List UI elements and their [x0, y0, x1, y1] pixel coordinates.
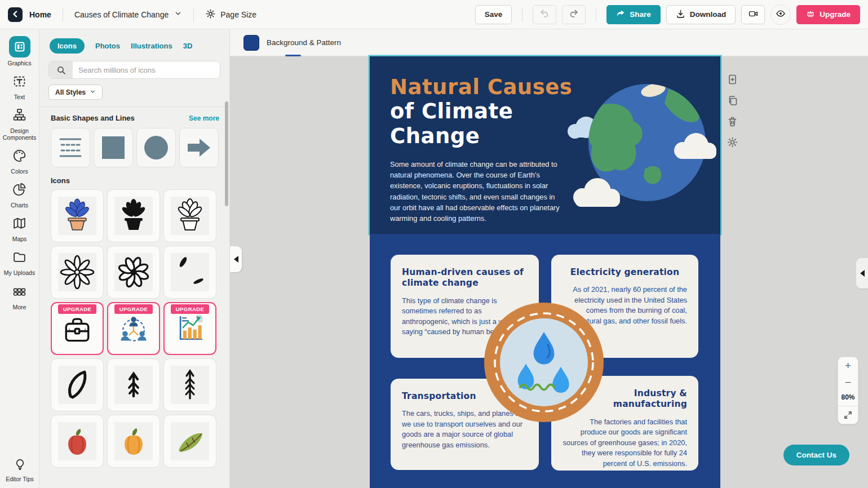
- infographic-body-section[interactable]: Human-driven causes of climate change Th…: [370, 234, 720, 488]
- preview-button[interactable]: [770, 5, 791, 25]
- document-title-dropdown[interactable]: Causes of Climate Change: [74, 10, 182, 19]
- page-size-label: Page Size: [220, 10, 256, 19]
- undo-icon: [539, 8, 550, 20]
- zoom-in-button[interactable]: +: [838, 357, 858, 374]
- tab-photos[interactable]: Photos: [95, 42, 120, 50]
- earth-illustration[interactable]: [561, 73, 720, 221]
- infographic-page[interactable]: Natural Causes of Climate Change Some am…: [370, 56, 720, 488]
- editor-tips-button[interactable]: Editor Tips: [0, 458, 39, 482]
- icon-search: [48, 61, 220, 79]
- selection-tab-indicator: [285, 55, 301, 56]
- share-label: Share: [630, 10, 651, 19]
- lines-shape-tile[interactable]: [51, 128, 90, 167]
- chevron-down-icon: [174, 10, 182, 19]
- home-link[interactable]: Home: [29, 10, 51, 19]
- share-button[interactable]: Share: [606, 5, 661, 24]
- sidebar-item-more[interactable]: More: [1, 284, 39, 310]
- divider: [596, 7, 596, 22]
- infographic-intro[interactable]: Some amount of climate change can be att…: [390, 159, 566, 224]
- collapse-panel-handle[interactable]: [230, 246, 242, 272]
- icon-tile-red-pumpkin[interactable]: [51, 415, 104, 468]
- rail-label: Text: [14, 94, 25, 100]
- zoom-out-button[interactable]: −: [838, 374, 858, 391]
- back-icon: [12, 10, 19, 20]
- undo-button[interactable]: [533, 5, 556, 24]
- style-filter-dropdown[interactable]: All Styles: [48, 85, 103, 100]
- water-drops-medallion[interactable]: [483, 301, 605, 423]
- icon-tile-daisy-flower[interactable]: [51, 246, 104, 299]
- icon-tile-potted-plant-outline[interactable]: [163, 189, 216, 242]
- record-button[interactable]: [741, 5, 765, 24]
- rail-label: My Uploads: [4, 269, 35, 276]
- icon-tile-potted-plant-solid[interactable]: [107, 189, 160, 242]
- sidebar-item-maps[interactable]: Maps: [1, 216, 39, 242]
- editor-app: Home Causes of Climate Change Page Size …: [0, 0, 868, 488]
- open-right-panel-handle[interactable]: [856, 258, 868, 289]
- style-filter-label: All Styles: [55, 88, 86, 96]
- icon-tile-team-network-premium[interactable]: UPGRADE: [107, 302, 160, 355]
- sidebar-item-my-uploads[interactable]: My Uploads: [1, 250, 39, 276]
- duplicate-page-button[interactable]: [726, 94, 738, 107]
- infographic-header-section[interactable]: Natural Causes of Climate Change Some am…: [370, 56, 720, 234]
- gear-icon: [205, 8, 216, 21]
- circle-shape-tile[interactable]: [136, 128, 176, 167]
- icon-grid: UPGRADE UPGRADE: [51, 189, 220, 468]
- search-icon[interactable]: [49, 61, 73, 78]
- divider: [193, 7, 194, 22]
- arrow-shape-tile[interactable]: [179, 128, 219, 167]
- icon-tile-leaf-outline[interactable]: [51, 358, 104, 411]
- sidebar-item-text[interactable]: Text: [1, 74, 39, 100]
- lightbulb-icon: [13, 458, 27, 474]
- contact-us-button[interactable]: Contact Us: [783, 445, 849, 465]
- download-button[interactable]: Download: [666, 5, 736, 24]
- icon-tile-pine-tree-tall-sketch[interactable]: [163, 358, 216, 411]
- page-settings-button[interactable]: [726, 136, 738, 148]
- canvas-area[interactable]: Background & Pattern Natural Causes of C…: [230, 29, 868, 488]
- icon-tile-briefcase-premium[interactable]: UPGRADE: [51, 302, 104, 355]
- title-line2: of Climate: [390, 99, 513, 123]
- rail-label: Charts: [11, 202, 28, 208]
- chevron-down-icon: [90, 88, 96, 96]
- divider: [522, 7, 522, 22]
- share-icon: [616, 9, 625, 20]
- tab-icons[interactable]: Icons: [50, 38, 85, 54]
- page-size-button[interactable]: Page Size: [205, 8, 256, 21]
- fullscreen-button[interactable]: [838, 406, 858, 424]
- tab-3d[interactable]: 3D: [183, 42, 193, 50]
- top-bar: Home Causes of Climate Change Page Size …: [0, 0, 868, 29]
- redo-button[interactable]: [562, 5, 586, 24]
- upgrade-button[interactable]: Upgrade: [796, 5, 860, 24]
- add-page-button[interactable]: [726, 73, 738, 86]
- back-button[interactable]: [8, 7, 23, 22]
- icon-tile-orange-pumpkin[interactable]: [107, 415, 160, 468]
- background-color-swatch[interactable]: [243, 35, 259, 51]
- search-input[interactable]: [73, 61, 220, 78]
- infographic-title[interactable]: Natural Causes of Climate Change: [390, 75, 572, 148]
- see-more-link[interactable]: See more: [189, 114, 219, 122]
- rail-label: More: [13, 304, 26, 310]
- upgrade-label: Upgrade: [820, 10, 851, 19]
- map-icon: [12, 216, 27, 233]
- square-shape-tile[interactable]: [94, 128, 133, 167]
- icon-tile-pine-tree-sketch[interactable]: [107, 358, 160, 411]
- selection-label[interactable]: Background & Pattern: [267, 38, 341, 47]
- save-button[interactable]: Save: [475, 5, 512, 24]
- sidebar-item-design-components[interactable]: Design Components: [1, 108, 39, 141]
- panel-scrollbar[interactable]: [225, 101, 228, 206]
- sidebar-item-charts[interactable]: Charts: [1, 182, 39, 208]
- sidebar-item-colors[interactable]: Colors: [1, 148, 39, 175]
- rail-label: Graphics: [7, 60, 31, 66]
- delete-page-button[interactable]: [726, 115, 738, 127]
- icon-tile-green-leaf[interactable]: [163, 415, 216, 468]
- icon-tile-bar-chart-premium[interactable]: UPGRADE: [163, 302, 216, 355]
- icon-tile-daisy-flower-alt[interactable]: [107, 246, 160, 299]
- tab-illustrations[interactable]: Illustrations: [131, 42, 172, 50]
- title-accent: Natural Causes: [390, 75, 572, 99]
- zoom-level[interactable]: 80%: [841, 391, 854, 406]
- icons-section-title: Icons: [51, 176, 219, 185]
- icon-tile-loose-petals[interactable]: [163, 246, 216, 299]
- icon-tile-potted-plant-color[interactable]: [51, 189, 104, 242]
- design-components-icon: [12, 108, 27, 125]
- crown-icon: [806, 9, 815, 20]
- sidebar-item-graphics[interactable]: Graphics: [1, 36, 39, 66]
